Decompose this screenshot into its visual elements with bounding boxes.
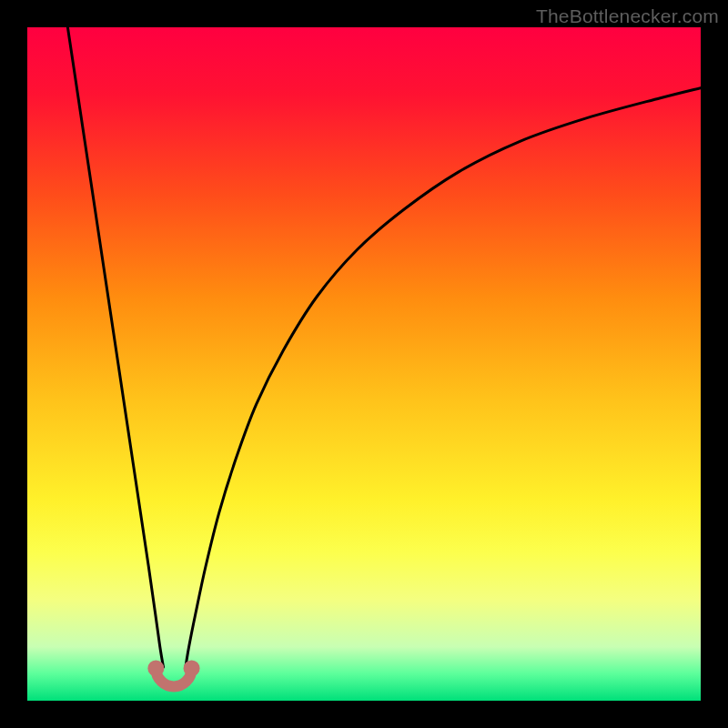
marker-cap-left (147, 660, 164, 676)
bottleneck-chart-svg (27, 27, 701, 701)
gradient-background (27, 27, 701, 701)
watermark-label: TheBottlenecker.com (536, 5, 719, 27)
marker-cap-right (184, 660, 200, 676)
plot-area (27, 27, 701, 701)
chart-frame: TheBottlenecker.com (0, 0, 728, 728)
